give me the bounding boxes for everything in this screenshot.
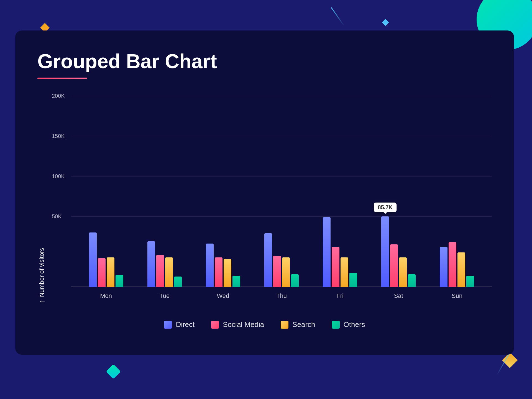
legend-item-social: Social Media	[211, 320, 264, 329]
bar-search[interactable]	[399, 257, 407, 287]
bar-social[interactable]	[98, 258, 106, 287]
bar-social[interactable]	[215, 257, 222, 287]
bar-search[interactable]	[107, 257, 114, 287]
legend-item-direct: Direct	[164, 320, 195, 329]
y-tick-label: 100K	[52, 173, 65, 180]
bar-direct[interactable]	[89, 232, 97, 287]
bar-search[interactable]	[282, 257, 290, 287]
bar-others[interactable]	[466, 276, 474, 287]
bg-line-1	[331, 7, 344, 26]
day-group: Fri	[323, 217, 357, 287]
bar-search[interactable]	[457, 252, 465, 287]
day-bars	[323, 217, 357, 287]
bar-search[interactable]	[224, 259, 231, 287]
bar-others[interactable]	[116, 275, 123, 287]
day-bars	[440, 242, 474, 287]
bar-tooltip: 85.7K	[374, 203, 397, 212]
day-bars	[264, 233, 299, 287]
y-tick-label: 150K	[52, 133, 65, 139]
bar-direct[interactable]	[147, 241, 155, 287]
bar-direct[interactable]: 85.7K	[381, 216, 389, 287]
legend-color-direct	[164, 321, 172, 329]
bar-others[interactable]	[408, 274, 416, 287]
bar-social[interactable]	[332, 247, 339, 287]
bar-direct[interactable]	[323, 217, 331, 287]
chart-legend: Direct Social Media Search Others	[37, 320, 492, 329]
day-label: Fri	[336, 292, 344, 300]
day-bars	[89, 232, 123, 287]
legend-item-search: Search	[281, 320, 315, 329]
bar-direct[interactable]	[440, 247, 447, 287]
legend-label-search: Search	[292, 320, 315, 329]
bg-diamond-yellow	[502, 352, 518, 368]
day-bars	[147, 241, 182, 287]
day-group: 85.7KSat	[381, 216, 416, 287]
legend-color-search	[281, 321, 288, 329]
bar-social[interactable]	[449, 242, 456, 287]
y-tick-label: 50K	[52, 213, 62, 220]
title-underline	[37, 78, 87, 79]
day-label: Wed	[217, 292, 229, 300]
day-group: Sun	[440, 242, 474, 287]
bg-diamond-green	[106, 364, 121, 379]
day-group: Tue	[147, 241, 182, 287]
bar-search[interactable]	[165, 257, 173, 287]
day-label: Mon	[100, 292, 112, 300]
bar-direct[interactable]	[206, 244, 214, 287]
bar-others[interactable]	[232, 276, 240, 287]
day-bars	[206, 244, 240, 287]
chart-title: Grouped Bar Chart	[37, 50, 492, 73]
chart-card: Grouped Bar Chart ↑ Number of visitors 2…	[15, 30, 514, 355]
day-group: Wed	[206, 244, 240, 287]
bg-diamond-blue	[382, 19, 389, 26]
chart-inner: 200K150K100K50K MonTueWedThuFri85.7KSatS…	[49, 96, 492, 304]
legend-color-others	[332, 321, 340, 329]
day-label: Thu	[276, 292, 287, 300]
day-label: Tue	[159, 292, 170, 300]
bar-others[interactable]	[174, 277, 182, 287]
day-group: Thu	[264, 233, 299, 287]
bar-social[interactable]	[273, 256, 281, 287]
bar-social[interactable]	[156, 255, 164, 287]
legend-label-others: Others	[344, 320, 365, 329]
y-axis-label: ↑ Number of visitors	[37, 96, 46, 304]
chart-container: ↑ Number of visitors 200K150K100K50K Mon…	[37, 96, 492, 304]
bar-others[interactable]	[349, 273, 357, 287]
day-label: Sun	[452, 292, 462, 300]
day-label: Sat	[394, 292, 403, 300]
day-group: Mon	[89, 232, 123, 287]
bar-social[interactable]	[390, 244, 398, 287]
bar-direct[interactable]	[264, 233, 272, 287]
legend-color-social	[211, 321, 219, 329]
day-bars: 85.7K	[381, 216, 416, 287]
legend-item-others: Others	[332, 320, 365, 329]
bar-others[interactable]	[291, 274, 299, 287]
bar-search[interactable]	[341, 257, 348, 287]
legend-label-direct: Direct	[176, 320, 195, 329]
legend-label-social: Social Media	[223, 320, 264, 329]
y-axis-arrow: ↑	[37, 300, 46, 304]
y-tick-label: 200K	[52, 93, 65, 99]
bars-area: MonTueWedThuFri85.7KSatSun	[71, 96, 492, 287]
